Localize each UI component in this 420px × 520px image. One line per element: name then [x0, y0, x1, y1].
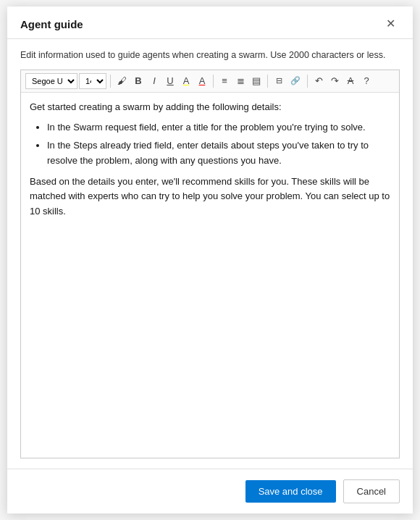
align-button[interactable]: ▤: [249, 73, 264, 89]
bullets-button[interactable]: ≡: [217, 73, 232, 89]
description-text: Edit information used to guide agents wh…: [20, 49, 400, 62]
undo-button[interactable]: ↶: [311, 73, 326, 89]
dialog-body: Edit information used to guide agents wh…: [7, 39, 413, 469]
font-size-select[interactable]: 8 10 12 14 16 18: [79, 73, 106, 89]
toolbar-separator-2: [213, 75, 214, 88]
bold-icon: B: [135, 75, 141, 86]
toolbar-separator-3: [267, 75, 268, 88]
agent-guide-dialog: Agent guide ✕ Edit information used to g…: [7, 7, 413, 513]
close-button[interactable]: ✕: [382, 17, 400, 31]
font-color-icon: A: [199, 75, 206, 86]
chain-icon: 🔗: [290, 76, 301, 85]
help-icon: ?: [364, 75, 369, 86]
editor-content-area[interactable]: Get started creating a swarm by adding t…: [21, 93, 399, 458]
bold-button[interactable]: B: [131, 73, 146, 89]
help-button[interactable]: ?: [359, 73, 374, 89]
strikethrough-button[interactable]: A: [343, 73, 358, 89]
redo-icon: ↷: [331, 75, 339, 86]
numbering-button[interactable]: ≣: [233, 73, 248, 89]
format-paint-button[interactable]: 🖌: [114, 73, 130, 89]
toolbar-separator-1: [110, 75, 111, 88]
font-family-select[interactable]: Segoe UI Arial Times New Roman: [25, 73, 77, 89]
redo-button[interactable]: ↷: [327, 73, 342, 89]
editor-closing-text: Based on the details you enter, we'll re…: [30, 175, 390, 219]
underline-button[interactable]: U: [163, 73, 177, 89]
italic-button[interactable]: I: [147, 73, 161, 89]
toolbar-separator-4: [307, 75, 308, 88]
link-button[interactable]: ⊟: [272, 73, 286, 89]
format-paint-icon: 🖌: [117, 75, 127, 86]
save-close-button[interactable]: Save and close: [245, 480, 336, 503]
underline-icon: U: [167, 75, 173, 86]
editor-bullet-list: In the Swarm request field, enter a titl…: [47, 120, 390, 168]
strikethrough-icon: A: [348, 75, 354, 86]
align-icon: ▤: [252, 75, 261, 86]
font-color-button[interactable]: A: [195, 73, 209, 89]
cancel-button[interactable]: Cancel: [343, 479, 400, 503]
editor-toolbar: Segoe UI Arial Times New Roman 8 10 12 1…: [21, 70, 399, 93]
numbering-icon: ≣: [237, 75, 245, 86]
insert-link-button[interactable]: 🔗: [287, 73, 303, 89]
editor-intro-text: Get started creating a swarm by adding t…: [30, 100, 390, 115]
dialog-header: Agent guide ✕: [7, 7, 413, 39]
dialog-footer: Save and close Cancel: [7, 469, 413, 513]
italic-icon: I: [153, 75, 156, 86]
dialog-title: Agent guide: [20, 18, 83, 30]
bullet-item-1: In the Swarm request field, enter a titl…: [47, 120, 390, 135]
bullets-icon: ≡: [222, 75, 227, 86]
highlight-icon: A: [183, 75, 190, 86]
link-icon: ⊟: [276, 76, 282, 85]
highlight-button[interactable]: A: [179, 73, 193, 89]
bullet-item-2: In the Steps already tried field, enter …: [47, 138, 390, 169]
editor-container: Segoe UI Arial Times New Roman 8 10 12 1…: [20, 70, 400, 459]
undo-icon: ↶: [315, 75, 323, 86]
